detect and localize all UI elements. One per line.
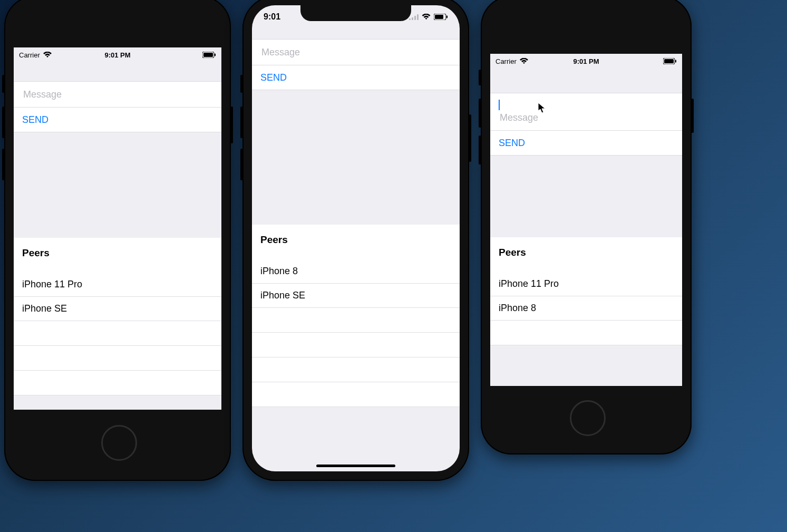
send-button[interactable]: SEND	[490, 131, 682, 156]
device-iphone-8: Carrier 9:01 PM SEND Peers iPhone 11 Pro…	[4, 0, 231, 481]
status-bar: Carrier 9:01 PM	[14, 47, 221, 61]
battery-icon	[434, 14, 448, 20]
wifi-icon	[43, 52, 52, 58]
svg-rect-12	[675, 60, 676, 63]
peers-heading: Peers	[14, 238, 221, 273]
peer-item[interactable]: iPhone 11 Pro	[490, 272, 682, 296]
battery-icon	[202, 52, 216, 58]
clock-label: 9:01 PM	[104, 51, 130, 59]
peers-list: iPhone 11 Pro iPhone 8	[490, 272, 682, 345]
list-item	[14, 346, 221, 371]
screen: Carrier 9:01 PM SEND Peers iPhone 11 Pro…	[14, 47, 221, 410]
battery-icon	[663, 58, 677, 64]
svg-rect-9	[446, 16, 448, 18]
peer-item[interactable]: iPhone SE	[252, 284, 460, 308]
send-button[interactable]: SEND	[14, 108, 221, 132]
list-item	[252, 308, 460, 333]
peer-item[interactable]: iPhone 8	[252, 259, 460, 284]
list-item	[14, 321, 221, 346]
device-iphone-se: Carrier 9:01 PM SEND Peers iPhone 11 Pro…	[481, 0, 692, 454]
device-iphone-11-pro: 9:01 SEND Peers	[242, 0, 469, 481]
list-item	[14, 371, 221, 395]
screen: 9:01 SEND Peers	[252, 5, 460, 471]
svg-rect-5	[414, 16, 416, 20]
peer-item[interactable]: iPhone 11 Pro	[14, 273, 221, 297]
svg-rect-2	[215, 54, 216, 56]
home-button[interactable]	[570, 400, 606, 436]
peer-item[interactable]: iPhone 8	[490, 296, 682, 321]
carrier-label: Carrier	[495, 57, 517, 65]
message-input-row[interactable]	[252, 39, 460, 65]
peers-heading: Peers	[252, 225, 460, 259]
list-item	[252, 382, 460, 407]
clock-label: 9:01	[264, 12, 280, 22]
peers-heading: Peers	[490, 237, 682, 272]
screen: Carrier 9:01 PM SEND Peers iPhone 11 Pro…	[490, 54, 682, 386]
svg-rect-11	[664, 59, 674, 63]
svg-rect-8	[435, 15, 443, 19]
message-input[interactable]	[260, 46, 453, 59]
message-input[interactable]	[499, 111, 674, 124]
svg-rect-1	[203, 53, 213, 57]
list-item	[252, 357, 460, 382]
clock-label: 9:01 PM	[573, 57, 599, 65]
message-input-row[interactable]	[490, 93, 682, 131]
notch	[300, 5, 411, 21]
carrier-label: Carrier	[19, 51, 40, 59]
svg-rect-6	[417, 14, 419, 20]
wifi-icon	[520, 58, 528, 64]
svg-rect-3	[409, 18, 411, 20]
send-button[interactable]: SEND	[252, 65, 460, 90]
list-item	[252, 333, 460, 357]
cellular-icon	[409, 14, 419, 20]
svg-rect-4	[412, 17, 413, 20]
home-button[interactable]	[101, 425, 137, 461]
peer-item[interactable]: iPhone SE	[14, 297, 221, 321]
status-bar: Carrier 9:01 PM	[490, 54, 682, 67]
list-item	[490, 321, 682, 345]
message-input-row[interactable]	[14, 81, 221, 108]
home-indicator[interactable]	[316, 465, 395, 467]
message-input[interactable]	[22, 88, 215, 101]
peers-list: iPhone 8 iPhone SE	[252, 259, 460, 407]
wifi-icon	[422, 14, 431, 20]
text-cursor	[499, 100, 500, 110]
peers-list: iPhone 11 Pro iPhone SE	[14, 273, 221, 395]
